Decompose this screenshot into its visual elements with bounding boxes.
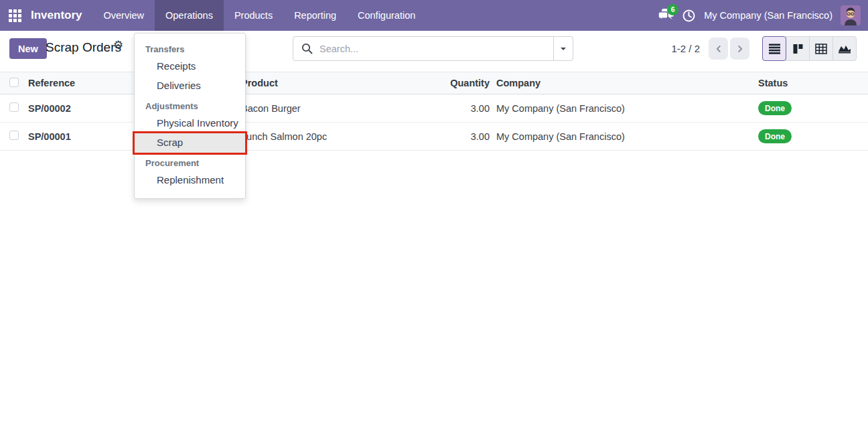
- cell-company: My Company (San Francisco): [490, 103, 751, 114]
- menu-section-procurement: Procurement: [135, 153, 245, 171]
- cell-company: My Company (San Francisco): [490, 131, 751, 142]
- pager-and-views: 1-2 / 2: [671, 36, 857, 61]
- menu-item-physical-inventory[interactable]: Physical Inventory: [135, 114, 245, 133]
- chevron-right-icon: [735, 44, 745, 54]
- app-name[interactable]: Inventory: [29, 0, 93, 31]
- nav-item-operations[interactable]: Operations: [155, 0, 224, 31]
- navbar-systray: 6 My Company (San Francisco): [654, 0, 868, 31]
- avatar-image: [841, 5, 861, 25]
- search-bar: [293, 36, 573, 61]
- control-panel: New Scrap Orders ⚙ 1-2 / 2: [0, 31, 868, 72]
- caret-down-icon: [561, 48, 566, 53]
- page-title: Scrap Orders: [46, 40, 121, 55]
- pivot-view-icon: [815, 44, 827, 54]
- column-header-product[interactable]: Product: [241, 78, 442, 88]
- select-all-checkbox[interactable]: [9, 78, 19, 87]
- chevron-left-icon: [714, 44, 723, 54]
- column-header-status[interactable]: Status: [751, 78, 868, 88]
- menu-item-receipts[interactable]: Receipts: [135, 57, 245, 76]
- status-badge: Done: [758, 101, 792, 115]
- search-input[interactable]: [318, 43, 553, 55]
- pager-next-button[interactable]: [730, 38, 749, 60]
- top-navbar: Inventory Overview Operations Products R…: [0, 0, 868, 31]
- screen: Inventory Overview Operations Products R…: [0, 0, 868, 438]
- menu-item-deliveries[interactable]: Deliveries: [135, 76, 245, 96]
- cell-product: Lunch Salmon 20pc: [241, 131, 442, 142]
- scrap-orders-table: Reference Product Quantity Company Statu…: [0, 72, 868, 151]
- row-checkbox[interactable]: [9, 131, 19, 140]
- pager-previous-button[interactable]: [709, 38, 728, 60]
- list-view-icon: [769, 43, 780, 54]
- company-switcher[interactable]: My Company (San Francisco): [704, 10, 833, 21]
- gear-icon[interactable]: ⚙: [113, 40, 123, 51]
- cell-product: Bacon Burger: [241, 103, 442, 114]
- apps-grid-icon: [9, 9, 21, 22]
- nav-item-reporting[interactable]: Reporting: [283, 0, 347, 31]
- table-header-row: Reference Product Quantity Company Statu…: [0, 72, 868, 94]
- graph-view-icon: [838, 44, 851, 54]
- view-graph-button[interactable]: [833, 36, 857, 61]
- clock-icon: [682, 9, 695, 22]
- operations-dropdown-menu: Transfers Receipts Deliveries Adjustment…: [134, 33, 246, 199]
- menu-item-replenishment[interactable]: Replenishment: [135, 171, 245, 190]
- view-pivot-button[interactable]: [809, 36, 833, 61]
- avatar[interactable]: [841, 5, 861, 25]
- cell-quantity: 3.00: [442, 131, 490, 142]
- view-list-button[interactable]: [762, 36, 786, 61]
- search-icon: [293, 43, 318, 54]
- activities-button[interactable]: [677, 0, 700, 31]
- nav-item-configuration[interactable]: Configuration: [347, 0, 426, 31]
- apps-menu-button[interactable]: [0, 0, 29, 31]
- search-dropdown-toggle[interactable]: [553, 37, 573, 60]
- view-switcher: [762, 36, 857, 61]
- cell-quantity: 3.00: [442, 103, 490, 114]
- kanban-view-icon: [792, 44, 803, 54]
- new-button[interactable]: New: [9, 38, 47, 59]
- table-row[interactable]: SP/00001 Lunch Salmon 20pc 3.00 My Compa…: [0, 123, 868, 151]
- nav-item-products[interactable]: Products: [224, 0, 283, 31]
- column-header-company[interactable]: Company: [490, 78, 751, 88]
- menu-item-scrap[interactable]: Scrap: [135, 133, 245, 153]
- row-checkbox[interactable]: [9, 102, 19, 112]
- navbar-menus: Overview Operations Products Reporting C…: [93, 0, 427, 31]
- status-badge: Done: [758, 129, 792, 143]
- menu-section-adjustments: Adjustments: [135, 96, 245, 114]
- table-row[interactable]: SP/00002 Bacon Burger 3.00 My Company (S…: [0, 94, 868, 123]
- column-header-quantity[interactable]: Quantity: [442, 78, 490, 88]
- nav-item-overview[interactable]: Overview: [93, 0, 155, 31]
- pager-range[interactable]: 1-2 / 2: [671, 43, 700, 54]
- messages-button[interactable]: 6: [654, 0, 677, 31]
- menu-section-transfers: Transfers: [135, 39, 245, 57]
- view-kanban-button[interactable]: [786, 36, 810, 61]
